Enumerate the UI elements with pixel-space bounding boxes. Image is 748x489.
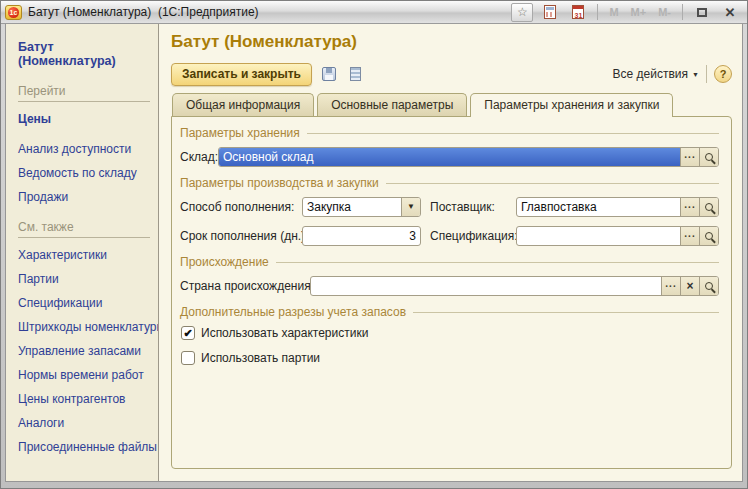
use-characteristics-row: ✔ Использовать характеристики [181,326,719,340]
magnifier-icon [705,153,713,161]
country-clear-button[interactable]: × [680,277,699,295]
replenish-method-label: Способ пополнения: [180,200,302,214]
sidebar-item-sales[interactable]: Продажи [18,190,150,204]
chevron-down-icon: ▼ [407,203,415,211]
titlebar-separator [682,4,683,20]
help-button[interactable]: ? [714,65,732,83]
clear-icon: × [686,280,693,292]
sidebar-section-goto: Перейти [18,84,150,102]
calculator-icon [544,5,556,19]
all-actions-label: Все действия [613,67,688,81]
magnifier-icon [705,232,713,240]
list-icon [350,67,361,81]
sidebar-title: Батут (Номенклатура) [18,40,150,68]
ellipsis-icon: ... [684,229,695,239]
spec-label: Спецификация: [430,229,516,243]
supplier-label: Поставщик: [430,200,516,214]
country-field: ... × [310,276,719,296]
command-bar: Записать и закрыть Все действия ▼ ? [171,61,732,87]
replenish-supplier-row: Способ пополнения: ▼ Поставщик: ... [180,197,719,217]
use-characteristics-checkbox[interactable]: ✔ [181,326,195,340]
country-input[interactable] [311,277,661,295]
spec-open-button[interactable] [699,227,718,245]
spec-field: ... [516,226,719,246]
sidebar-item-characteristics[interactable]: Характеристики [18,248,150,262]
sidebar-item-prices[interactable]: Цены [18,112,150,126]
memory-recall-button[interactable]: M [606,6,621,18]
sidebar-item-availability[interactable]: Анализ доступности [18,142,150,156]
save-and-close-button[interactable]: Записать и закрыть [171,63,312,86]
toolbar-separator [706,65,707,83]
tab-panel: Параметры хранения Склад: ... Параметры … [171,116,732,469]
country-choose-button[interactable]: ... [661,277,680,295]
tab-general-info[interactable]: Общая информация [172,93,314,116]
warehouse-choose-button[interactable]: ... [680,148,699,166]
replenish-method-dropdown-button[interactable]: ▼ [401,198,420,216]
country-open-button[interactable] [699,277,718,295]
page-title: Батут (Номенклатура) [171,32,732,52]
section-extra-header: Дополнительные разрезы учета запасов [180,305,719,319]
memory-plus-button[interactable]: M+ [628,6,650,18]
all-actions-menu[interactable]: Все действия ▼ [613,67,699,81]
sidebar-item-work-time-norms[interactable]: Нормы времени работ [18,368,150,382]
supplier-input[interactable] [517,198,680,216]
star-icon: ☆ [517,5,528,19]
supplier-open-button[interactable] [699,198,718,216]
magnifier-icon [705,282,713,290]
sidebar-item-attached-files[interactable]: Присоединенные файлы [18,440,150,454]
main-area: Батут (Номенклатура) Записать и закрыть … [159,24,742,481]
spec-input[interactable] [517,227,680,245]
sidebar-section-see-also: См. также [18,220,150,238]
memory-minus-button[interactable]: M- [655,6,674,18]
replenish-days-label: Срок пополнения (дн.): [180,229,302,243]
section-storage-header: Параметры хранения [180,126,719,140]
window-title: Батут (Номенклатура) (1С:Предприятие) [28,5,505,19]
chevron-down-icon: ▼ [692,71,699,78]
sidebar-item-warehouse-report[interactable]: Ведомость по складу [18,166,150,180]
use-batches-row: Использовать партии [181,351,719,365]
magnifier-icon [705,203,713,211]
replenish-days-field [302,226,421,246]
tab-bar: Общая информация Основные параметры Пара… [171,93,732,116]
calculator-button[interactable] [539,3,561,22]
use-batches-checkbox[interactable] [181,351,195,365]
sidebar-item-inventory-management[interactable]: Управление запасами [18,344,150,358]
titlebar: 1с Батут (Номенклатура) (1С:Предприятие)… [1,1,747,24]
warehouse-label: Склад: [180,150,218,164]
close-button[interactable]: ✕ [719,3,741,22]
ellipsis-icon: ... [684,150,695,160]
favorites-button[interactable]: ☆ [511,3,533,22]
use-characteristics-label: Использовать характеристики [201,326,368,340]
calendar-icon: 31 [572,5,584,19]
supplier-field: ... [516,197,719,217]
warehouse-field: ... [218,147,719,167]
sidebar-item-counterparty-prices[interactable]: Цены контрагентов [18,392,150,406]
sidebar-item-specifications[interactable]: Спецификации [18,296,150,310]
spec-choose-button[interactable]: ... [680,227,699,245]
tab-main-parameters[interactable]: Основные параметры [317,93,467,116]
show-in-list-button[interactable] [346,64,366,84]
replenish-days-input[interactable] [303,227,420,245]
country-row: Страна происхождения: ... × [180,276,719,296]
sidebar-item-barcodes[interactable]: Штрихкоды номенклатуры [18,320,150,334]
ellipsis-icon: ... [684,200,695,210]
app-1c-logo-icon[interactable]: 1с [5,5,22,20]
supplier-choose-button[interactable]: ... [680,198,699,216]
replenish-method-select: ▼ [302,197,421,217]
warehouse-input[interactable] [219,148,680,166]
days-spec-row: Срок пополнения (дн.): Спецификация: ... [180,226,719,246]
close-icon: ✕ [725,5,736,20]
ellipsis-icon: ... [665,279,676,289]
replenish-method-input[interactable] [303,198,401,216]
titlebar-separator [597,4,598,20]
navigation-sidebar: Батут (Номенклатура) Перейти Цены Анализ… [6,24,159,481]
warehouse-open-button[interactable] [699,148,718,166]
tab-storage-purchase-parameters[interactable]: Параметры хранения и закупки [470,93,673,117]
save-button[interactable] [319,64,339,84]
maximize-icon [697,8,707,17]
sidebar-item-batches[interactable]: Партии [18,272,150,286]
maximize-button[interactable] [691,3,713,22]
use-batches-label: Использовать партии [201,351,320,365]
sidebar-item-analogs[interactable]: Аналоги [18,416,150,430]
calendar-button[interactable]: 31 [567,3,589,22]
